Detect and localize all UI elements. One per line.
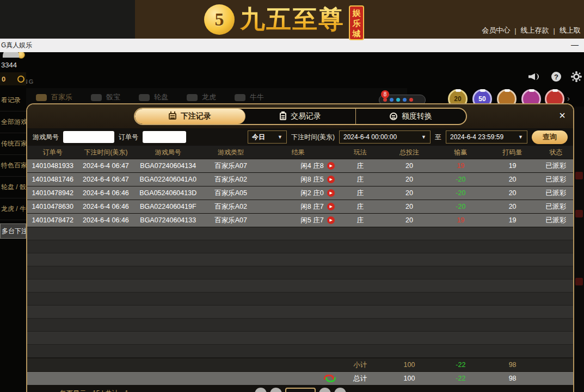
subtotal-turnover: 98 — [486, 361, 538, 369]
table-row: 14010481746 2024-6-4 06:47 BGA022406041A… — [27, 173, 573, 186]
game-round-label: 游戏局号 — [33, 133, 59, 142]
cell-result: 闲8 庄7▶ — [259, 202, 336, 211]
total-row: 总计 100 -22 98 — [27, 372, 573, 385]
cell-total-bet: 20 — [384, 176, 435, 183]
pagination: « ‹ › » — [255, 388, 346, 392]
col-bet-time: 下注时间(美东) — [78, 148, 133, 157]
close-icon[interactable]: × — [559, 108, 565, 123]
sound-icon[interactable] — [528, 72, 539, 81]
table-row: 14010478472 2024-6-4 06:46 BGA0724060413… — [27, 214, 573, 227]
total-label: 总计 — [337, 374, 384, 383]
cell-order-id: 14010481933 — [27, 162, 78, 170]
window-title: G真人娱乐 — [1, 39, 32, 52]
cell-total-bet: 20 — [384, 189, 435, 197]
transfer-icon — [390, 113, 397, 120]
brand-name: 九五至尊 — [240, 3, 345, 36]
deposit-link[interactable]: 线上存款 — [521, 26, 549, 35]
period-value: 今日 — [252, 133, 265, 142]
table-row: 14010478630 2024-6-4 06:46 BGA0224060419… — [27, 200, 573, 213]
sidebar-item-records[interactable]: 看记录 — [0, 90, 26, 111]
cell-play: 庄 — [337, 189, 384, 198]
cell-round-id: BGA022406041A0 — [134, 176, 202, 183]
tab-credit-transfer[interactable]: 额度转换 — [356, 109, 466, 124]
pagination-info: 每页显示：15 | 共计：1 — [60, 389, 128, 392]
col-game-type: 游戏类型 — [202, 148, 259, 157]
refresh-swap-icon[interactable] — [324, 375, 334, 382]
result-text: 闲8 庄5 — [300, 175, 323, 184]
badge-char: 乐 — [353, 18, 361, 28]
range-join-label: 至 — [435, 133, 441, 142]
replay-icon[interactable]: ▶ — [327, 203, 335, 210]
minimize-button[interactable]: — — [571, 39, 579, 51]
replay-icon[interactable]: ▶ — [327, 189, 335, 197]
period-select[interactable]: 今日 ▼ — [248, 130, 287, 144]
cell-bet-time: 2024-6-4 06:47 — [78, 162, 133, 170]
cell-game-type: 百家乐A05 — [202, 189, 259, 198]
chips-more-arrow[interactable]: › — [567, 94, 570, 103]
settings-gear-icon[interactable] — [573, 73, 580, 80]
tab-label: 交易记录 — [291, 111, 321, 121]
withdraw-link[interactable]: 线上取 — [560, 26, 581, 35]
time-to-select[interactable]: 2024-6-4 23:59:59 ▼ — [446, 130, 527, 144]
first-page-button[interactable]: « — [255, 388, 267, 392]
cell-bet-time: 2024-6-4 06:46 — [78, 203, 133, 210]
col-round-id: 游戏局号 — [134, 148, 202, 157]
order-no-input[interactable] — [143, 131, 186, 143]
site-header: 5 九五至尊 娱 乐 城 会员中心 | 线上存款 | 线上取 — [0, 0, 584, 39]
replay-icon[interactable]: ▶ — [327, 162, 335, 170]
link-separator: | — [554, 27, 555, 35]
col-total-bet: 总投注 — [384, 148, 435, 157]
brand-logo-icon: 5 — [204, 4, 235, 35]
sidebar-item-special-baccarat[interactable]: 特色百家乐 — [0, 155, 26, 177]
notice-dots — [383, 98, 413, 102]
cell-order-id: 14010478942 — [27, 189, 78, 197]
total-win-loss: -22 — [435, 375, 486, 382]
replay-icon[interactable]: ▶ — [327, 216, 335, 224]
total-cell — [259, 375, 336, 382]
cell-play: 庄 — [337, 216, 384, 225]
member-center-link[interactable]: 会员中心 — [482, 26, 510, 35]
cell-play: 庄 — [337, 175, 384, 184]
notice-badge: 8 — [381, 90, 389, 98]
next-page-button[interactable]: › — [319, 388, 331, 392]
query-button[interactable]: 查询 — [532, 130, 568, 144]
cell-status: 已派彩 — [539, 175, 573, 184]
balance-refresh-icon[interactable] — [17, 76, 24, 83]
time-from-select[interactable]: 2024-6-4 00:00:00 ▼ — [339, 130, 431, 144]
time-from-value: 2024-6-4 00:00:00 — [343, 133, 397, 141]
empty-rows-area — [27, 227, 573, 358]
brand: 5 九五至尊 娱 乐 城 — [204, 0, 364, 39]
cell-win-loss: 19 — [435, 162, 486, 170]
sidebar-item-multi-table[interactable]: 多台下注 — [0, 223, 26, 239]
sidebar-item-classic-baccarat[interactable]: 传统百家乐 — [0, 133, 26, 155]
tab-bet-records[interactable]: 下注记录 — [135, 109, 245, 124]
col-play: 玩法 — [337, 148, 384, 157]
cell-game-type: 百家乐A07 — [202, 161, 259, 171]
cell-round-id: BGA07240604133 — [134, 216, 202, 224]
cell-win-loss: -20 — [435, 176, 486, 183]
col-result: 结果 — [259, 148, 336, 157]
subtotal-row: 小计 100 -22 98 — [27, 358, 573, 371]
tab-transaction-records[interactable]: 交易记录 — [245, 109, 356, 124]
replay-icon[interactable]: ▶ — [327, 176, 335, 183]
cell-result: 闲8 庄5▶ — [259, 175, 336, 184]
col-status: 状态 — [539, 148, 573, 157]
sidebar-item-all-games[interactable]: 全部游戏 — [0, 111, 26, 133]
bet-records-modal: 下注记录 交易记录 额度转换 × 游戏局号 订单号 今日 ▼ — [26, 103, 574, 392]
help-icon[interactable]: ? — [551, 72, 561, 82]
col-turnover: 打码量 — [486, 148, 538, 157]
window-titlebar: G真人娱乐 — — [0, 39, 584, 52]
last-page-button[interactable]: » — [334, 388, 346, 392]
cell-order-id: 14010481746 — [27, 176, 78, 183]
sidebar-item-roulette-sicbo[interactable]: 轮盘 / 骰宝 — [0, 177, 26, 198]
game-round-input[interactable] — [63, 131, 114, 143]
cell-round-id: BGA0524060413D — [134, 189, 202, 197]
cell-total-bet: 20 — [384, 203, 435, 210]
result-text: 闲5 庄7 — [300, 216, 323, 225]
cell-total-bet: 20 — [384, 162, 435, 170]
page-number-box[interactable] — [285, 388, 316, 392]
sidebar-item-dragontiger-bull[interactable]: 龙虎 / 牛牛 — [0, 198, 26, 220]
cell-game-type: 百家乐A02 — [202, 175, 259, 184]
balance-value: 0 — [2, 75, 17, 83]
prev-page-button[interactable]: ‹ — [270, 388, 282, 392]
